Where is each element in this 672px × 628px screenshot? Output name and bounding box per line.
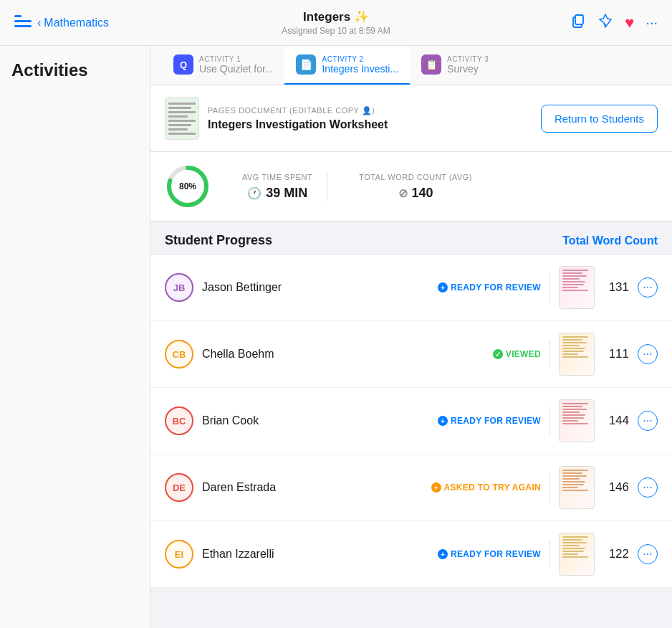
status-dot-icon: + bbox=[438, 416, 448, 426]
student-left: EI Ethan Izzarelli bbox=[165, 540, 308, 568]
student-name: Daren Estrada bbox=[202, 481, 276, 494]
doc-preview-thumbnail bbox=[559, 399, 595, 442]
status-text: READY FOR REVIEW bbox=[451, 282, 541, 292]
student-left: CB Chella Boehm bbox=[165, 340, 308, 368]
student-name: Chella Boehm bbox=[202, 348, 274, 361]
checkmark-icon: ⊘ bbox=[398, 186, 408, 200]
student-avatar: JB bbox=[165, 273, 193, 302]
sidebar-title: Activities bbox=[11, 60, 138, 80]
sidebar: Activities bbox=[0, 46, 150, 628]
activity2-icon: 📄 bbox=[296, 54, 316, 75]
header-title: Integers ✨ bbox=[158, 9, 514, 24]
word-count-value: 111 bbox=[603, 347, 629, 361]
status-text: ASKED TO TRY AGAIN bbox=[444, 482, 541, 493]
svg-rect-0 bbox=[14, 15, 21, 17]
progress-ring: 80% bbox=[165, 163, 211, 209]
tab-activity2[interactable]: 📄 ACTIVITY 2 Integers Investi... bbox=[284, 46, 410, 85]
status-badge: + READY FOR REVIEW bbox=[438, 282, 541, 292]
header-right: ♥ ··· bbox=[514, 13, 658, 32]
status-dot-icon: + bbox=[438, 282, 448, 292]
word-count-value: 146 bbox=[603, 480, 629, 495]
student-left: BC Brian Cook bbox=[165, 406, 308, 435]
app-container: ‹ Mathematics Integers ✨ Assigned Sep 10… bbox=[0, 0, 672, 628]
student-row: BC Brian Cook + READY FOR REVIEW bbox=[150, 388, 672, 455]
document-thumbnail bbox=[165, 97, 199, 140]
student-more-button[interactable]: ··· bbox=[638, 544, 658, 564]
doc-preview-thumbnail bbox=[559, 333, 595, 376]
activity3-name: Survey bbox=[447, 63, 489, 75]
student-row: EI Ethan Izzarelli + READY FOR REVIEW bbox=[150, 521, 672, 588]
status-badge: + READY FOR REVIEW bbox=[438, 416, 541, 426]
document-title: Integers Investigation Worksheet bbox=[208, 118, 388, 131]
student-left: JB Jason Bettinger bbox=[165, 273, 308, 302]
activity1-name: Use Quizlet for... bbox=[199, 63, 273, 75]
doc-preview-thumbnail bbox=[559, 266, 595, 309]
doc-preview-thumbnail bbox=[559, 466, 595, 509]
student-rows-container: JB Jason Bettinger + READY FOR REVIEW bbox=[150, 254, 672, 588]
header-center: Integers ✨ Assigned Sep 10 at 8:59 AM bbox=[158, 9, 514, 36]
progress-percent-label: 80% bbox=[179, 181, 196, 191]
student-right: + ASKED TO TRY AGAIN 146 ··· bbox=[308, 466, 658, 509]
status-badge: + READY FOR REVIEW bbox=[438, 549, 541, 559]
student-avatar: DE bbox=[165, 473, 193, 502]
activity2-name: Integers Investi... bbox=[322, 63, 398, 75]
student-name: Ethan Izzarelli bbox=[202, 548, 274, 561]
pin-button[interactable] bbox=[597, 13, 613, 32]
student-row: CB Chella Boehm ✓ VIEWED bbox=[150, 321, 672, 388]
svg-rect-4 bbox=[575, 15, 583, 24]
status-dot-icon: ✓ bbox=[493, 349, 503, 359]
status-text: READY FOR REVIEW bbox=[451, 549, 541, 559]
activity2-number: ACTIVITY 2 bbox=[322, 55, 398, 63]
word-count-value: 131 bbox=[603, 280, 629, 295]
more-options-button[interactable]: ··· bbox=[645, 14, 658, 31]
vertical-divider bbox=[549, 340, 550, 368]
student-more-button[interactable]: ··· bbox=[638, 344, 658, 364]
chevron-left-icon: ‹ bbox=[37, 16, 41, 29]
word-count-value: 122 bbox=[603, 547, 629, 561]
status-text: VIEWED bbox=[506, 349, 541, 359]
activities-tabs: Q ACTIVITY 1 Use Quizlet for... 📄 ACTIVI… bbox=[150, 46, 672, 85]
word-count-value: ⊘ 140 bbox=[398, 186, 433, 201]
activity1-icon: Q bbox=[173, 54, 193, 75]
back-navigation[interactable]: ‹ Mathematics bbox=[37, 16, 109, 29]
document-info: PAGES DOCUMENT (EDITABLE COPY 👤) Integer… bbox=[165, 97, 388, 140]
word-count-stat: TOTAL WORD COUNT (AVG) ⊘ 140 bbox=[345, 173, 486, 201]
document-type-label: PAGES DOCUMENT (EDITABLE COPY 👤) bbox=[208, 106, 388, 115]
activity3-number: ACTIVITY 3 bbox=[447, 55, 489, 63]
sidebar-toggle-button[interactable] bbox=[14, 15, 32, 31]
activity3-icon: 📋 bbox=[421, 54, 441, 75]
tab-activity3[interactable]: 📋 ACTIVITY 3 Survey bbox=[410, 46, 510, 85]
vertical-divider bbox=[549, 540, 550, 568]
copy-button[interactable] bbox=[570, 13, 586, 32]
header-subtitle: Assigned Sep 10 at 8:59 AM bbox=[158, 26, 514, 36]
activity3-info: ACTIVITY 3 Survey bbox=[447, 55, 489, 75]
status-text: READY FOR REVIEW bbox=[451, 416, 541, 426]
vertical-divider bbox=[549, 273, 550, 302]
tab-activity1[interactable]: Q ACTIVITY 1 Use Quizlet for... bbox=[162, 46, 284, 85]
main-content: Activities Q ACTIVITY 1 Use Quizlet for.… bbox=[0, 46, 672, 628]
student-progress-title: Student Progress bbox=[165, 233, 308, 248]
avg-time-label: AVG TIME SPENT bbox=[242, 173, 312, 181]
activity1-number: ACTIVITY 1 bbox=[199, 55, 273, 63]
student-row: JB Jason Bettinger + READY FOR REVIEW bbox=[150, 254, 672, 321]
back-label: Mathematics bbox=[44, 16, 109, 29]
pin-icon bbox=[597, 13, 613, 29]
student-right: ✓ VIEWED 111 ··· bbox=[308, 333, 658, 376]
favorite-button[interactable]: ♥ bbox=[625, 14, 634, 32]
header: ‹ Mathematics Integers ✨ Assigned Sep 10… bbox=[0, 0, 672, 46]
student-more-button[interactable]: ··· bbox=[638, 277, 658, 298]
student-more-button[interactable]: ··· bbox=[638, 411, 658, 431]
clock-icon: 🕐 bbox=[247, 186, 261, 200]
vertical-divider bbox=[549, 473, 550, 502]
student-avatar: BC bbox=[165, 406, 193, 435]
stats-section: 80% AVG TIME SPENT 🕐 39 MIN TOTAL WORD C… bbox=[150, 152, 672, 222]
content-area: Q ACTIVITY 1 Use Quizlet for... 📄 ACTIVI… bbox=[150, 46, 672, 628]
header-left: ‹ Mathematics bbox=[14, 15, 158, 31]
doc-preview-thumbnail bbox=[559, 533, 595, 576]
student-right: + READY FOR REVIEW 122 ··· bbox=[308, 533, 658, 576]
student-left: DE Daren Estrada bbox=[165, 473, 308, 502]
student-progress-header: Student Progress Total Word Count bbox=[150, 222, 672, 254]
total-word-count-header: Total Word Count bbox=[308, 234, 658, 247]
student-more-button[interactable]: ··· bbox=[638, 477, 658, 498]
return-to-students-button[interactable]: Return to Students bbox=[541, 105, 658, 133]
